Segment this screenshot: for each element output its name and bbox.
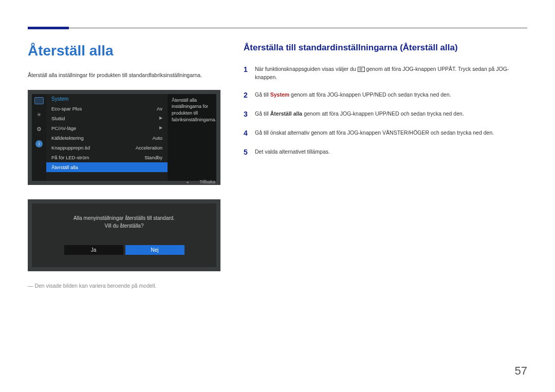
osd-menu-screenshot: ☀ ⚙ i System Eco-spar Plus Av Slut [28, 90, 220, 185]
osd-row-label: På för LED-ström [51, 155, 89, 160]
step-3: 3 Gå till Återställ alla genom att föra … [244, 109, 527, 120]
step-num: 4 [244, 128, 255, 139]
osd-row: Sluttid ▶ [46, 114, 168, 123]
osd-tooltip: Återställ alla inställningarna för produ… [168, 94, 216, 181]
osd-row: PC/AV-läge ▶ [46, 123, 168, 133]
step-num: 3 [244, 109, 255, 120]
monitor-icon [34, 97, 44, 104]
menu-icon: ▥ [358, 67, 365, 72]
sun-icon: ☀ [34, 111, 44, 119]
step-text-bold: Återställ alla [270, 110, 302, 117]
image-caption: Den visade bilden kan variera beroende p… [28, 283, 223, 289]
header-rule [28, 28, 527, 28]
dialog-line1: Alla menyinställningar återställs till s… [73, 215, 175, 221]
step-text-pre: Gå till [255, 110, 270, 117]
step-text-pre: Gå till [255, 91, 270, 98]
osd-row-label: Eco-spar Plus [51, 106, 82, 111]
page-number: 57 [515, 364, 527, 378]
step-4: 4 Gå till önskat alternativ genom att fö… [244, 128, 527, 139]
step-text-post: genom att föra JOG-knappen UPP/NED och s… [304, 110, 464, 117]
osd-row-value: Standby [144, 155, 162, 160]
step-2: 2 Gå till System genom att föra JOG-knap… [244, 90, 527, 101]
osd-row-label: Källdetektering [51, 135, 84, 141]
chevron-right-icon: ▶ [159, 125, 162, 131]
osd-row-label: Sluttid [51, 116, 65, 121]
osd-row-value: Av [157, 106, 162, 111]
osd-back-label: Tillbaka [199, 179, 215, 184]
triangle-left-icon: ◄ [186, 180, 189, 184]
dialog-line2: Vill du återställa? [105, 223, 144, 229]
osd-row: Knappupprepn.tid Acceleration [46, 143, 168, 153]
step-num: 2 [244, 90, 255, 101]
chevron-right-icon: ▶ [159, 116, 162, 121]
step-num: 5 [244, 147, 255, 158]
step-num: 1 [244, 64, 255, 82]
osd-row-selected: Återställ alla [46, 162, 168, 172]
step-5: 5 Det valda alternativet tillämpas. [244, 147, 527, 158]
step-1: 1 När funktionsknappsguiden visas väljer… [244, 64, 527, 82]
intro-text: Återställ alla inställningar för produkt… [28, 71, 223, 80]
dialog-no-button: Nej [125, 245, 184, 255]
osd-row: Källdetektering Auto [46, 133, 168, 143]
info-icon: i [35, 140, 43, 147]
section-heading: Återställa till standardinställningarna … [244, 43, 527, 53]
step-text-bold: System [270, 91, 289, 98]
osd-section-header: System [46, 94, 168, 104]
osd-row-value: Auto [152, 135, 162, 141]
osd-row-label: Återställ alla [51, 164, 78, 170]
osd-row-label: PC/AV-läge [51, 125, 76, 131]
page-title: Återställ alla [28, 43, 223, 59]
osd-row-label: Knappupprepn.tid [51, 145, 90, 151]
step-text-pre: När funktionsknappsguiden visas väljer d… [255, 66, 358, 72]
osd-row: På för LED-ström Standby [46, 153, 168, 162]
osd-footer: ◄ Tillbaka [186, 179, 215, 184]
confirm-dialog-screenshot: Alla menyinställningar återställs till s… [28, 199, 220, 271]
osd-row-value: Acceleration [136, 145, 162, 151]
gear-icon: ⚙ [34, 126, 44, 133]
dialog-yes-button: Ja [64, 245, 123, 255]
osd-row: Eco-spar Plus Av [46, 104, 168, 114]
step-text-post: genom att föra JOG-knappen UPP/NED och s… [291, 91, 451, 98]
step-text: Det valda alternativet tillämpas. [255, 147, 527, 158]
step-text: Gå till önskat alternativ genom att föra… [255, 128, 527, 139]
